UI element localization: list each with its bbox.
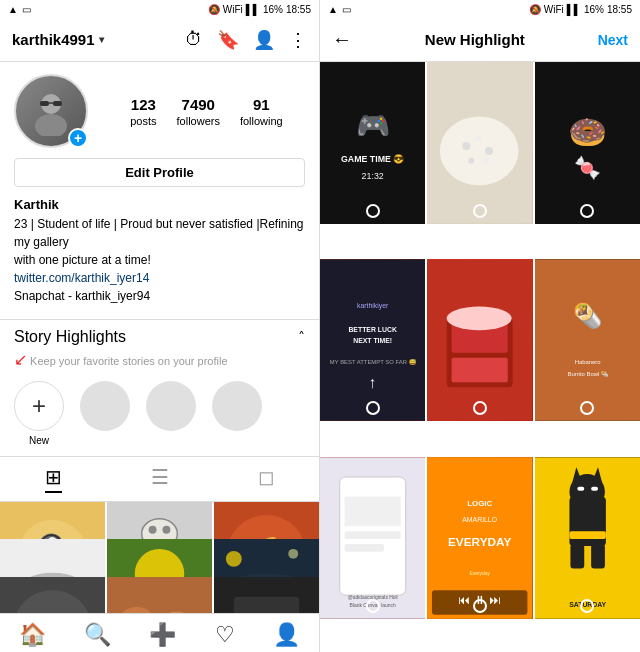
- profile-top: + 123 posts 7490 followers 91 following: [14, 74, 305, 148]
- highlight-new-label: New: [29, 435, 49, 446]
- stat-followers[interactable]: 7490 followers: [177, 96, 220, 127]
- svg-point-42: [440, 116, 519, 185]
- svg-text:BETTER LUCK: BETTER LUCK: [348, 326, 397, 333]
- svg-point-13: [162, 525, 170, 533]
- highlights-sub-text: Keep your favorite stories on your profi…: [30, 355, 228, 367]
- highlight-cell-5[interactable]: [427, 259, 532, 421]
- story-highlights: Story Highlights ˄ ↙ Keep your favorite …: [0, 319, 319, 456]
- edit-profile-button[interactable]: Edit Profile: [14, 158, 305, 187]
- more-icon[interactable]: ⋮: [289, 29, 307, 51]
- cell-circle-2: [473, 204, 487, 218]
- highlights-subtitle: ↙ Keep your favorite stories on your pro…: [0, 350, 319, 375]
- tab-list[interactable]: ☰: [151, 465, 169, 493]
- svg-text:GAME TIME 😎: GAME TIME 😎: [341, 153, 406, 165]
- highlight-cell-9[interactable]: SATURDAY: [535, 457, 640, 619]
- r-wifi-icon: WiFi: [544, 4, 564, 15]
- svg-text:🌯: 🌯: [573, 302, 603, 330]
- highlight-grid: Feb 8 🎮 GAME TIME 😎 21:32 Feb 10: [320, 62, 640, 652]
- stat-posts[interactable]: 123 posts: [130, 96, 156, 127]
- svg-point-28: [226, 551, 242, 567]
- next-button[interactable]: Next: [598, 32, 628, 48]
- highlight-circle-3[interactable]: [212, 381, 262, 431]
- svg-rect-86: [591, 486, 598, 490]
- r-time: 18:55: [607, 4, 632, 15]
- svg-text:Everyday: Everyday: [470, 571, 491, 576]
- battery-text: 16%: [263, 4, 283, 15]
- following-count: 91: [253, 96, 270, 113]
- svg-text:🎮: 🎮: [356, 109, 391, 142]
- bottom-nav: 🏠 🔍 ➕ ♡ 👤: [0, 613, 319, 652]
- stat-following[interactable]: 91 following: [240, 96, 283, 127]
- grid-item-8[interactable]: [107, 577, 212, 613]
- highlight-cell-1[interactable]: Feb 8 🎮 GAME TIME 😎 21:32: [320, 62, 425, 224]
- grid-item-7[interactable]: [0, 577, 105, 613]
- highlight-circle-2[interactable]: [146, 381, 196, 431]
- highlight-cell-7[interactable]: Feb 23 @adidascoriginals Holi Blank Canv…: [320, 457, 425, 619]
- tab-grid[interactable]: ⊞: [45, 465, 62, 493]
- status-icons-right-right: 🔕 WiFi ▌▌ 16% 18:55: [529, 4, 632, 15]
- highlight-circle-1[interactable]: [80, 381, 130, 431]
- grid-img-9: [214, 577, 319, 613]
- avatar-add-button[interactable]: +: [68, 128, 88, 148]
- highlight-cell-2[interactable]: Feb 10: [427, 62, 532, 224]
- highlights-chevron-icon[interactable]: ˄: [298, 329, 305, 345]
- nav-search-icon[interactable]: 🔍: [84, 622, 111, 648]
- svg-text:EVERYDAY: EVERYDAY: [448, 535, 512, 549]
- top-nav-left: karthik4991 ▾ ⏱ 🔖 👤 ⋮: [0, 18, 319, 62]
- highlight-cell-4[interactable]: Feb 13 karthikiyer BETTER LUCK NEXT TIME…: [320, 259, 425, 421]
- highlight-cell-6[interactable]: Feb 18 🌯 Habanero Burrito Bowl 🌯: [535, 259, 640, 421]
- clock-icon[interactable]: ⏱: [185, 29, 203, 50]
- avatar-image: [26, 86, 76, 136]
- grid-item-9[interactable]: [214, 577, 319, 613]
- svg-rect-32: [107, 577, 212, 613]
- highlights-bar: Story Highlights ˄: [0, 319, 319, 350]
- cell-circle-1: [366, 204, 380, 218]
- status-icons-right-left: ▲ ▭: [328, 4, 351, 15]
- cell-circle-5: [473, 401, 487, 415]
- highlight-img-5: [427, 259, 532, 421]
- tab-tag[interactable]: ◻: [258, 465, 275, 493]
- svg-text:Habanero: Habanero: [574, 360, 601, 366]
- arrow-icon: ↙: [14, 351, 27, 368]
- signal-icon: ▌▌: [246, 4, 260, 15]
- status-icons-left: ▲ ▭: [8, 4, 31, 15]
- svg-text:↑: ↑: [369, 375, 377, 392]
- svg-text:🍬: 🍬: [574, 154, 602, 181]
- highlight-cell-3[interactable]: Feb 11 🍩 🍬: [535, 62, 640, 224]
- highlight-new[interactable]: + New: [14, 381, 64, 446]
- highlight-add-circle[interactable]: +: [14, 381, 64, 431]
- back-button[interactable]: ←: [332, 28, 352, 51]
- screen-icon: ▭: [22, 4, 31, 15]
- svg-rect-3: [53, 101, 62, 106]
- highlight-img-2: [427, 62, 532, 224]
- svg-rect-69: [345, 531, 401, 539]
- person-add-icon[interactable]: 👤: [253, 29, 275, 51]
- bio-twitter[interactable]: twitter.com/karthik_iyer14: [14, 269, 305, 287]
- nav-add-icon[interactable]: ➕: [149, 622, 176, 648]
- highlight-img-9: SATURDAY: [535, 457, 640, 619]
- r-notification-icon: ▲: [328, 4, 338, 15]
- nav-heart-icon[interactable]: ♡: [215, 622, 235, 648]
- svg-rect-62: [535, 260, 640, 421]
- followers-label: followers: [177, 115, 220, 127]
- svg-point-46: [469, 158, 475, 164]
- nav-profile-icon[interactable]: 👤: [273, 622, 300, 648]
- username-text: karthik4991: [12, 31, 95, 48]
- nav-home-icon[interactable]: 🏠: [19, 622, 46, 648]
- highlight-cell-8[interactable]: Mar 3 LOGIC AMARILLO EVERYDAY ⏮ ⏸ ⏭ Ever…: [427, 457, 532, 619]
- svg-point-1: [35, 114, 67, 136]
- svg-point-61: [447, 307, 512, 331]
- wifi-icon: WiFi: [223, 4, 243, 15]
- grid-img-8: [107, 577, 212, 613]
- svg-rect-88: [570, 544, 584, 569]
- cell-circle-6: [580, 401, 594, 415]
- bookmark-icon[interactable]: 🔖: [217, 29, 239, 51]
- svg-rect-68: [345, 496, 401, 526]
- bio-line1: 23 | Student of life | Proud but never s…: [14, 215, 305, 251]
- svg-point-29: [288, 549, 298, 559]
- svg-rect-87: [569, 531, 605, 539]
- username-area[interactable]: karthik4991 ▾: [12, 31, 104, 48]
- svg-rect-89: [591, 544, 605, 569]
- avatar-wrap: +: [14, 74, 88, 148]
- highlight-img-4: karthikiyer BETTER LUCK NEXT TIME! MY BE…: [320, 259, 425, 421]
